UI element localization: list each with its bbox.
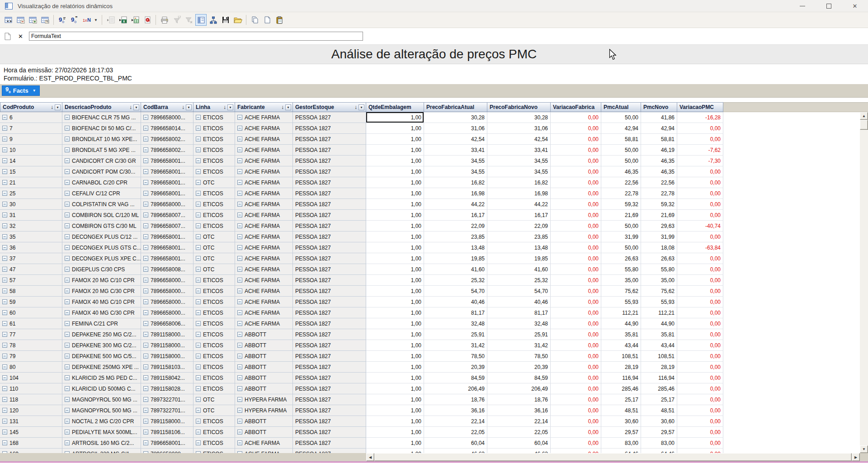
grid-cell[interactable]: 1,00 (366, 394, 424, 405)
filter-dropdown-icon[interactable]: ▼ (359, 104, 364, 110)
collapse-icon[interactable]: − (2, 223, 7, 228)
grid-cell[interactable]: 29,57 (601, 427, 641, 438)
grid-cell[interactable]: 25,17 (601, 394, 641, 405)
collapse-icon[interactable]: − (2, 245, 7, 250)
grid-cell[interactable]: 22,09 (487, 221, 551, 232)
grid-cell[interactable]: PESSOA 1827 (293, 394, 366, 405)
grid-cell[interactable]: 58,81 (641, 134, 677, 145)
grid-cell[interactable]: 22,78 (601, 188, 641, 199)
collapse-icon[interactable]: − (2, 321, 7, 326)
collapse-icon[interactable]: − (196, 397, 201, 402)
grid-cell[interactable]: 31,06 (424, 123, 487, 134)
collapse-icon[interactable]: − (196, 169, 201, 174)
grid-cell[interactable]: 0,00 (677, 394, 723, 405)
grid-cell[interactable]: −DEPAKENE 500 MG C/5... (62, 351, 141, 362)
collapse-icon[interactable]: − (237, 310, 242, 315)
grid-cell[interactable]: 0,00 (551, 264, 601, 275)
grid-cell[interactable]: 35,81 (641, 329, 677, 340)
grid-cell[interactable]: 0,00 (551, 405, 601, 416)
grid-cell[interactable]: −BIOFENAC DI 50 MG C/... (62, 123, 141, 134)
grid-cell[interactable]: 22,56 (641, 177, 677, 188)
expand-groups-button[interactable] (27, 14, 38, 26)
grid-cell[interactable]: 0,00 (551, 416, 601, 427)
scroll-right-button[interactable]: ▶ (852, 453, 860, 461)
grid-cell[interactable]: 25,17 (641, 394, 677, 405)
grid-cell[interactable]: −DECONGEX PLUS XPE C... (62, 253, 141, 264)
grid-cell[interactable]: 0,00 (677, 177, 723, 188)
grid-cell[interactable]: 0,00 (551, 318, 601, 329)
grid-cell[interactable]: 16,98 (424, 188, 487, 199)
grid-cell[interactable]: −ABBOTT (235, 383, 293, 394)
grid-cell[interactable]: 0,00 (551, 221, 601, 232)
grid-cell[interactable]: −ACHE FARMA (235, 134, 293, 145)
grid-cell[interactable]: −7896658014... (141, 123, 193, 134)
grid-cell[interactable]: −ACHE FARMA (235, 210, 293, 221)
copy-button[interactable] (249, 14, 260, 26)
grid-cell[interactable]: 0,00 (677, 210, 723, 221)
collapse-icon[interactable]: − (65, 126, 70, 131)
grid-cell[interactable]: 1,00 (366, 221, 424, 232)
grid-cell[interactable]: 84,59 (487, 373, 551, 383)
grid-cell[interactable]: 31,99 (601, 232, 641, 242)
collapse-icon[interactable]: − (2, 343, 7, 348)
collapse-icon[interactable]: − (143, 321, 148, 326)
grid-cell[interactable]: −104 (0, 373, 62, 383)
grid-cell[interactable]: 0,00 (677, 264, 723, 275)
grid-cell[interactable]: 55,80 (601, 264, 641, 275)
collapse-icon[interactable]: − (2, 310, 7, 315)
field-hierarchy-button[interactable] (208, 14, 219, 26)
grid-cell[interactable]: −PEDIALYTE MAX 500ML... (62, 427, 141, 438)
grid-cell[interactable]: PESSOA 1827 (293, 307, 366, 318)
grid-cell[interactable]: −59 (0, 297, 62, 307)
grid-cell[interactable]: −FEMINA C/21 CPR (62, 318, 141, 329)
grid-cell[interactable]: 1,00 (366, 210, 424, 221)
grid-cell[interactable]: 44,22 (487, 199, 551, 210)
grid-cell[interactable]: −OTC (193, 253, 235, 264)
collapse-icon[interactable]: − (65, 343, 70, 348)
grid-cell[interactable]: −32 (0, 221, 62, 232)
grid-cell[interactable]: 34,55 (487, 156, 551, 166)
collapse-icon[interactable]: − (65, 169, 70, 174)
grid-cell[interactable]: 0,00 (677, 362, 723, 373)
collapse-icon[interactable]: − (196, 364, 201, 369)
grid-cell[interactable]: −ETICOS (193, 416, 235, 427)
grid-cell[interactable]: −FAMOX 20 MG C/30 CPR (62, 286, 141, 297)
decimals-decrease-button[interactable]: 90 (57, 14, 68, 26)
grid-cell[interactable]: 1,00 (366, 232, 424, 242)
collapse-icon[interactable]: − (2, 180, 7, 185)
collapse-icon[interactable]: − (65, 256, 70, 261)
grid-cell[interactable]: −7896658006... (141, 318, 193, 329)
grid-cell[interactable]: 60,04 (487, 438, 551, 449)
grid-cell[interactable]: 0,00 (551, 307, 601, 318)
grid-cell[interactable]: PESSOA 1827 (293, 177, 366, 188)
grid-cell[interactable]: −HYPERA FARMA (235, 394, 293, 405)
collapse-icon[interactable]: − (65, 191, 70, 196)
scroll-up-button[interactable]: ▲ (860, 112, 868, 120)
collapse-icon[interactable]: − (2, 440, 7, 445)
grid-cell[interactable]: −7891158106... (141, 427, 193, 438)
grid-cell[interactable]: 1,00 (366, 112, 424, 123)
grid-cell[interactable]: 1,00 (366, 177, 424, 188)
grid-cell[interactable]: PESSOA 1827 (293, 383, 366, 394)
grid-cell[interactable]: 0,00 (551, 362, 601, 373)
grid-cell[interactable]: 41,60 (487, 264, 551, 275)
grid-cell[interactable]: 44,90 (601, 318, 641, 329)
grid-cell[interactable]: 29,63 (641, 221, 677, 232)
collapse-icon[interactable]: − (237, 223, 242, 228)
grid-cell[interactable]: 19,85 (487, 253, 551, 264)
sort-descending-icon[interactable]: ↓ (281, 104, 284, 110)
grid-cell[interactable]: 0,00 (677, 373, 723, 383)
grid-cell[interactable]: −FAMOX 20 MG C/10 CPR (62, 275, 141, 286)
grid-cell[interactable]: 0,00 (551, 166, 601, 177)
vertical-scroll-thumb[interactable] (860, 120, 868, 130)
column-header-CodProduto[interactable]: CodProduto↓▼ (0, 102, 62, 112)
grid-cell[interactable]: −DIGEPLUS C/30 CPS (62, 264, 141, 275)
grid-cell[interactable]: 206,49 (487, 383, 551, 394)
grid-cell[interactable]: −ETICOS (193, 297, 235, 307)
grid-cell[interactable]: −6 (0, 112, 62, 123)
collapse-icon[interactable]: − (2, 256, 7, 261)
collapse-icon[interactable]: − (143, 234, 148, 239)
grid-cell[interactable]: 46,35 (641, 156, 677, 166)
collapse-icon[interactable]: − (237, 343, 242, 348)
grid-cell[interactable]: −169 (0, 449, 62, 453)
